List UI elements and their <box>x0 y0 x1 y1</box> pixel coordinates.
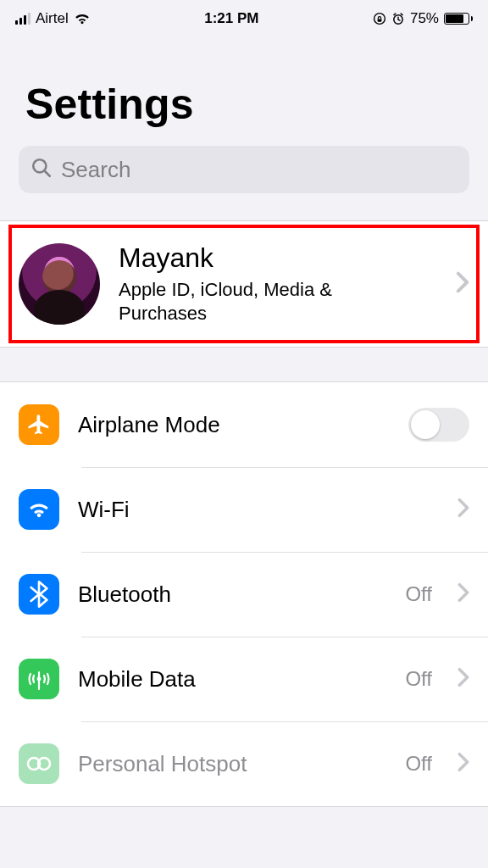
airplane-toggle[interactable] <box>408 408 469 442</box>
page-title-wrap: Settings <box>0 37 488 146</box>
chevron-right-icon <box>458 667 469 691</box>
hotspot-icon <box>19 743 59 784</box>
airplane-label: Airplane Mode <box>78 412 390 438</box>
search-icon <box>30 157 53 182</box>
page-title: Settings <box>25 80 463 129</box>
profile-subtitle: Apple ID, iCloud, Media & Purchases <box>119 278 373 325</box>
carrier-label: Airtel <box>36 10 69 27</box>
battery-icon <box>444 13 473 25</box>
status-time: 1:21 PM <box>204 10 258 27</box>
mobile-data-value: Off <box>405 667 432 691</box>
search-input[interactable] <box>61 157 458 183</box>
search-field[interactable] <box>19 146 469 193</box>
chevron-right-icon <box>458 582 469 606</box>
signal-bars-icon <box>15 13 30 25</box>
chevron-right-icon <box>458 498 469 521</box>
airplane-mode-row[interactable]: Airplane Mode <box>0 382 488 467</box>
status-bar: Airtel 1:21 PM 75% <box>0 0 488 37</box>
profile-section: Mayank Apple ID, iCloud, Media & Purchas… <box>0 220 488 348</box>
cellular-icon <box>19 659 59 699</box>
status-left: Airtel <box>15 10 91 27</box>
battery-pct: 75% <box>410 10 439 27</box>
profile-name: Mayank <box>119 243 437 273</box>
mobile-data-row[interactable]: Mobile Data Off <box>0 637 488 721</box>
bluetooth-value: Off <box>405 582 432 606</box>
wifi-icon <box>19 489 59 530</box>
chevron-right-icon <box>456 271 469 297</box>
svg-point-6 <box>37 677 42 682</box>
wifi-row[interactable]: Wi-Fi <box>0 467 488 552</box>
svg-rect-1 <box>378 19 382 21</box>
wifi-status-icon <box>74 13 91 25</box>
profile-text: Mayank Apple ID, iCloud, Media & Purchas… <box>119 243 437 325</box>
alarm-icon <box>391 12 405 25</box>
orientation-lock-icon <box>373 12 386 25</box>
status-right: 75% <box>373 10 473 27</box>
apple-id-row[interactable]: Mayank Apple ID, iCloud, Media & Purchas… <box>0 221 488 347</box>
avatar <box>19 243 100 325</box>
connectivity-section: Airplane Mode Wi-Fi Bluetooth Off Mobile… <box>0 381 488 807</box>
wifi-label: Wi-Fi <box>78 497 439 523</box>
svg-line-4 <box>45 171 50 176</box>
hotspot-label: Personal Hotspot <box>78 751 386 777</box>
hotspot-value: Off <box>405 752 432 776</box>
personal-hotspot-row[interactable]: Personal Hotspot Off <box>0 721 488 806</box>
bluetooth-label: Bluetooth <box>78 581 386 608</box>
mobile-data-label: Mobile Data <box>78 666 386 693</box>
bluetooth-row[interactable]: Bluetooth Off <box>0 552 488 637</box>
airplane-icon <box>19 404 59 445</box>
search-wrap <box>0 146 488 214</box>
bluetooth-icon <box>19 574 59 615</box>
chevron-right-icon <box>458 752 469 776</box>
svg-point-0 <box>374 14 385 25</box>
